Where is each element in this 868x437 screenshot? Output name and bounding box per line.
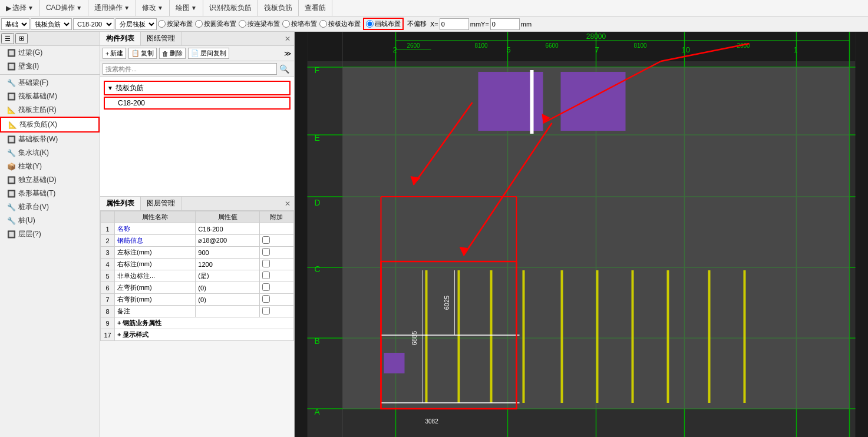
new-icon: + bbox=[105, 50, 109, 57]
raft-neg-rebar-group: ▼ 筏板负筋 C18-200 bbox=[103, 81, 292, 110]
middle-panels: 构件列表 图纸管理 ✕ + 新建 📋 复制 🗑 删除 bbox=[100, 32, 295, 437]
new-label: 新建 bbox=[110, 49, 123, 58]
props-row-extra-checkbox[interactable] bbox=[262, 283, 270, 291]
sidebar-item-strip-foundation[interactable]: 🔲 条形基础(T) bbox=[0, 187, 100, 200]
layout-line-radio[interactable]: 画线布置 bbox=[363, 18, 404, 30]
sidebar-item-foundation-slab[interactable]: 🔲 基础板带(W) bbox=[0, 133, 100, 146]
props-row-value[interactable] bbox=[196, 306, 259, 317]
props-row-value[interactable]: (0) bbox=[196, 294, 259, 306]
draw-group: 绘图 ▼ bbox=[172, 0, 203, 16]
props-row-value[interactable]: 900 bbox=[196, 247, 259, 259]
pile-icon: 🔧 bbox=[7, 217, 16, 225]
layout-round-radio[interactable]: 按圆梁布置 bbox=[195, 19, 236, 28]
x-input[interactable] bbox=[440, 18, 469, 30]
props-row-extra bbox=[259, 247, 293, 259]
props-row-value[interactable]: (是) bbox=[196, 270, 259, 282]
delete-icon: 🗑 bbox=[162, 50, 169, 57]
props-row-extra-checkbox[interactable] bbox=[262, 295, 270, 303]
layer-management-tab[interactable]: 图层管理 bbox=[141, 197, 181, 210]
search-button[interactable]: 🔍 bbox=[277, 64, 292, 74]
foundation-type-dropdown[interactable]: 基础 bbox=[1, 18, 29, 30]
grid-view-btn[interactable]: ⊞ bbox=[15, 33, 28, 44]
y-input[interactable] bbox=[490, 18, 520, 30]
c18-200-item[interactable]: C18-200 bbox=[104, 97, 291, 110]
foundation-slab-label: 基础板带(W) bbox=[18, 134, 58, 144]
cad-canvas[interactable]: F E D C B A 2 5 7 10 1 28000 2600 8100 6… bbox=[295, 32, 868, 437]
sidebar-item-raft-main-rebar[interactable]: 📐 筏板主筋(R) bbox=[0, 103, 100, 117]
copy-component-btn[interactable]: 📋 复制 bbox=[128, 48, 157, 59]
slab-layer-dropdown[interactable]: 分层筏板1 bbox=[115, 18, 157, 30]
svg-rect-41 bbox=[490, 270, 493, 403]
recognize-group: 识别筏板负筋 bbox=[206, 0, 258, 16]
general-ops-button[interactable]: 通用操作 ▼ bbox=[92, 2, 132, 14]
col-name: 属性名称 bbox=[115, 211, 196, 223]
props-panel-close[interactable]: ✕ bbox=[281, 198, 294, 209]
raft-neg-rebar-label: 筏板负筋(X) bbox=[19, 120, 57, 130]
properties-panel: 属性列表 图层管理 ✕ 属性名称 属性值 附加 bbox=[100, 197, 294, 437]
slab-rebar-button[interactable]: 筏板负筋 bbox=[262, 2, 295, 14]
sidebar-item-column[interactable]: 📦 柱墩(Y) bbox=[0, 160, 100, 173]
props-row-num: 6 bbox=[101, 282, 115, 294]
props-row-name: 左标注(mm) bbox=[115, 247, 196, 259]
sidebar-item-wall-post[interactable]: 🔲 壁龛(I) bbox=[0, 59, 100, 73]
sump-label: 集水坑(K) bbox=[18, 148, 49, 158]
sidebar-item-isolated-foundation[interactable]: 🔲 独立基础(D) bbox=[0, 173, 100, 187]
sidebar-item-floor[interactable]: 🔲 层层(?) bbox=[0, 227, 100, 241]
slab-rebar-group: 筏板负筋 bbox=[260, 0, 299, 16]
props-row-extra-checkbox[interactable] bbox=[262, 248, 270, 256]
props-row-1: 1名称C18-200 bbox=[101, 223, 294, 235]
more-options-btn[interactable]: ≫ bbox=[284, 49, 292, 58]
svg-text:A: A bbox=[315, 407, 321, 416]
props-row-num: 4 bbox=[101, 259, 115, 270]
sidebar-item-foundation-beam[interactable]: 🔧 基础梁(F) bbox=[0, 76, 100, 90]
wall-post-label: 壁龛(I) bbox=[18, 61, 39, 71]
sidebar-item-pile-cap[interactable]: 🔧 桩承台(V) bbox=[0, 200, 100, 214]
rebar-size-dropdown[interactable]: C18-200 bbox=[73, 18, 114, 30]
new-component-btn[interactable]: + 新建 bbox=[103, 48, 126, 59]
sidebar-item-raft-neg-rebar[interactable]: 📐 筏板负筋(X) bbox=[0, 117, 100, 133]
layout-beam-radio[interactable]: 按梁布置 bbox=[158, 19, 193, 28]
cad-ops-button[interactable]: CAD操作 ▼ bbox=[44, 2, 84, 14]
props-row-value[interactable]: (0) bbox=[196, 282, 259, 294]
select-arrow: ▼ bbox=[28, 5, 34, 11]
select-button[interactable]: ▶ 选择 ▼ bbox=[4, 2, 36, 14]
layout-edge-radio[interactable]: 按板边布置 bbox=[319, 19, 361, 28]
props-row-extra bbox=[259, 270, 293, 282]
floor-copy-btn[interactable]: 📄 层间复制 bbox=[188, 48, 229, 59]
delete-component-btn[interactable]: 🗑 删除 bbox=[159, 48, 186, 59]
svg-rect-44 bbox=[596, 270, 599, 403]
props-row-extra-checkbox[interactable] bbox=[262, 260, 270, 267]
props-row-extra bbox=[259, 306, 293, 317]
raft-neg-rebar-group-header[interactable]: ▼ 筏板负筋 bbox=[104, 81, 291, 95]
properties-list-tab[interactable]: 属性列表 bbox=[100, 197, 141, 210]
sidebar-item-pile[interactable]: 🔧 桩(U) bbox=[0, 214, 100, 227]
modify-button[interactable]: 修改 ▼ bbox=[140, 2, 166, 14]
drawing-management-tab[interactable]: 图纸管理 bbox=[141, 32, 181, 45]
search-input[interactable] bbox=[103, 63, 277, 75]
list-view-btn[interactable]: ☰ bbox=[1, 33, 14, 44]
sidebar-item-over-beam[interactable]: 🔲 过梁(G) bbox=[0, 46, 100, 59]
sidebar-item-raft-foundation[interactable]: 🔲 筏板基础(M) bbox=[0, 90, 100, 103]
props-row-value[interactable]: C18-200 bbox=[196, 223, 259, 235]
cad-ops-arrow: ▼ bbox=[76, 5, 82, 11]
props-row-value[interactable]: ⌀18@200 bbox=[196, 235, 259, 247]
recognize-button[interactable]: 识别筏板负筋 bbox=[207, 2, 254, 14]
foundation-beam-icon: 🔧 bbox=[7, 79, 16, 87]
layout-connect-radio[interactable]: 按连梁布置 bbox=[239, 19, 280, 28]
component-list-tab[interactable]: 构件列表 bbox=[100, 32, 141, 45]
rebar-type-dropdown[interactable]: 筏板负筋 bbox=[31, 18, 72, 30]
view-button[interactable]: 查看筋 bbox=[302, 2, 328, 14]
props-row-value[interactable]: 1200 bbox=[196, 259, 259, 270]
props-row-extra bbox=[259, 259, 293, 270]
component-panel-close[interactable]: ✕ bbox=[281, 34, 294, 44]
props-row-extra-checkbox[interactable] bbox=[262, 236, 270, 244]
layout-wall-radio[interactable]: 按墙布置 bbox=[282, 19, 317, 28]
properties-table: 属性名称 属性值 附加 1名称C18-2002钢筋信息⌀18@2003左标注(m… bbox=[100, 211, 294, 341]
layout-radio-group: 按梁布置 按圆梁布置 按连梁布置 按墙布置 按板边布置 画线布置 bbox=[158, 18, 404, 30]
draw-button[interactable]: 绘图 ▼ bbox=[173, 2, 199, 14]
cad-svg: F E D C B A 2 5 7 10 1 28000 2600 8100 6… bbox=[295, 32, 868, 437]
svg-rect-42 bbox=[523, 270, 525, 403]
sidebar-item-sump[interactable]: 🔧 集水坑(K) bbox=[0, 146, 100, 160]
props-row-extra-checkbox[interactable] bbox=[262, 272, 270, 279]
props-row-extra-checkbox[interactable] bbox=[262, 307, 270, 314]
